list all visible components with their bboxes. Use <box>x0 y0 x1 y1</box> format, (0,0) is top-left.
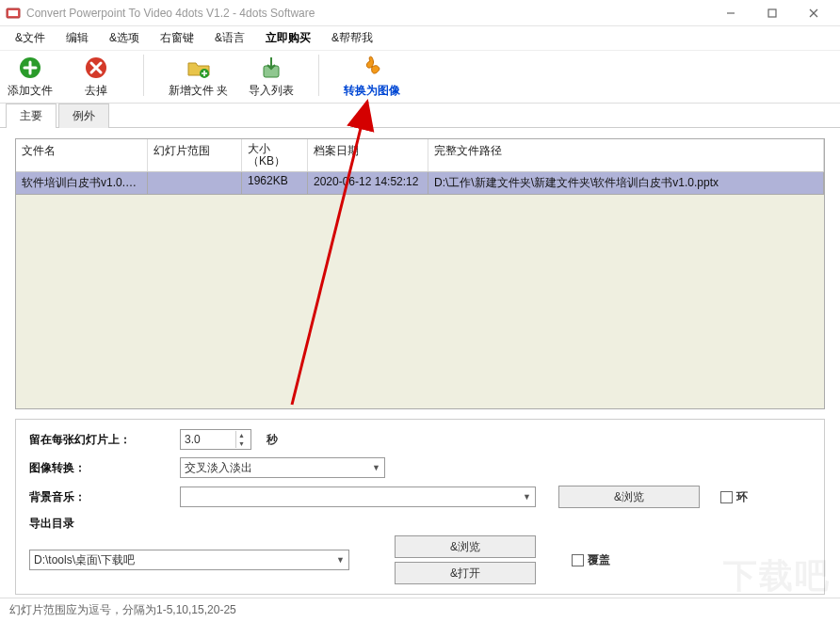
menu-help[interactable]: &帮帮我 <box>322 27 382 49</box>
cell-slide-range <box>148 172 242 194</box>
checkbox-box-icon <box>572 554 584 566</box>
add-file-label: 添加文件 <box>8 83 53 99</box>
outdir-buttons: &浏览 &打开 <box>395 535 536 584</box>
col-filename[interactable]: 文件名 <box>16 139 148 171</box>
stay-input[interactable]: 3.0 ▲ ▼ <box>180 429 251 450</box>
new-folder-button[interactable]: 新增文件 夹 <box>169 55 228 99</box>
tab-exception[interactable]: 例外 <box>58 104 109 128</box>
new-folder-label: 新增文件 夹 <box>169 83 228 99</box>
add-icon <box>17 55 43 81</box>
stay-unit: 秒 <box>267 432 278 448</box>
bgm-browse-label: &浏览 <box>614 489 644 505</box>
convert-icon <box>359 55 385 81</box>
file-table: 文件名 幻灯片范围 大小（KB） 档案日期 完整文件路径 软件培训白皮书v1.0… <box>15 138 825 409</box>
overwrite-label: 覆盖 <box>588 552 610 568</box>
convert-image-button[interactable]: 转换为图像 <box>344 55 400 99</box>
main-panel: 文件名 幻灯片范围 大小（KB） 档案日期 完整文件路径 软件培训白皮书v1.0… <box>0 129 840 417</box>
cell-size: 1962KB <box>242 172 308 194</box>
status-hint: 幻灯片范围应为逗号，分隔为1-5,10,15,20-25 <box>9 602 236 618</box>
row-outdir-label: 导出目录 <box>29 516 811 532</box>
menu-options[interactable]: &选项 <box>100 27 149 49</box>
outdir-open-button[interactable]: &打开 <box>395 562 536 584</box>
row-transition: 图像转换： 交叉淡入淡出 ▼ <box>29 457 811 478</box>
window-title: Convert Powerpoint To Video 4dots V1.2 -… <box>26 7 710 20</box>
stay-spinners: ▲ ▼ <box>235 431 247 448</box>
toolbar-separator <box>143 55 144 96</box>
col-path[interactable]: 完整文件路径 <box>428 139 824 171</box>
remove-icon <box>83 55 109 81</box>
transition-value: 交叉淡入淡出 <box>185 460 252 476</box>
cell-date: 2020-06-12 14:52:12 <box>308 172 428 194</box>
add-file-button[interactable]: 添加文件 <box>8 55 53 99</box>
bgm-label: 背景音乐： <box>29 489 170 505</box>
import-icon <box>258 55 284 81</box>
outdir-value: D:\tools\桌面\下载吧 <box>34 552 135 568</box>
status-bar: 幻灯片范围应为逗号，分隔为1-5,10,15,20-25 <box>0 598 840 622</box>
col-slide-range[interactable]: 幻灯片范围 <box>148 139 242 171</box>
app-icon <box>6 6 21 21</box>
row-stay: 留在每张幻灯片上： 3.0 ▲ ▼ 秒 <box>29 429 811 450</box>
menu-file[interactable]: &文件 <box>6 27 55 49</box>
minimize-button[interactable] <box>710 0 751 26</box>
tab-bar: 主要 例外 <box>0 103 840 128</box>
watermark: 下载吧 <box>723 553 831 599</box>
toolbar: 添加文件 去掉 新增文件 夹 导入列表 转换为图像 <box>0 51 840 104</box>
outdir-select[interactable]: D:\tools\桌面\下载吧 ▼ <box>29 550 349 570</box>
remove-button[interactable]: 去掉 <box>73 55 119 99</box>
cell-filename: 软件培训白皮书v1.0.pptx <box>16 172 148 194</box>
row-outdir: D:\tools\桌面\下载吧 ▼ &浏览 &打开 覆盖 <box>29 535 811 584</box>
stay-value: 3.0 <box>185 433 201 446</box>
menu-language[interactable]: &语言 <box>205 27 254 49</box>
options-panel: 留在每张幻灯片上： 3.0 ▲ ▼ 秒 图像转换： 交叉淡入淡出 ▼ 背景音乐：… <box>15 419 825 595</box>
menu-bar: &文件 编辑 &选项 右窗键 &语言 立即购买 &帮帮我 <box>0 26 840 51</box>
stay-label: 留在每张幻灯片上： <box>29 432 170 448</box>
import-list-label: 导入列表 <box>249 83 294 99</box>
chevron-down-icon: ▼ <box>523 492 531 502</box>
table-header: 文件名 幻灯片范围 大小（KB） 档案日期 完整文件路径 <box>16 139 824 172</box>
table-row[interactable]: 软件培训白皮书v1.0.pptx 1962KB 2020-06-12 14:52… <box>16 172 824 195</box>
folder-add-icon <box>186 55 212 81</box>
chevron-down-icon: ▼ <box>336 555 345 565</box>
col-date[interactable]: 档案日期 <box>308 139 428 171</box>
menu-edit[interactable]: 编辑 <box>57 27 98 49</box>
outdir-browse-label: &浏览 <box>450 539 480 555</box>
col-size[interactable]: 大小（KB） <box>242 139 308 171</box>
svg-rect-3 <box>768 9 776 17</box>
outdir-open-label: &打开 <box>450 566 480 582</box>
spin-up-icon[interactable]: ▲ <box>235 431 247 439</box>
tab-main[interactable]: 主要 <box>6 104 57 128</box>
menu-context[interactable]: 右窗键 <box>151 27 203 49</box>
transition-label: 图像转换： <box>29 460 170 476</box>
menu-buy-now[interactable]: 立即购买 <box>256 27 320 49</box>
checkbox-box-icon <box>720 491 733 503</box>
title-bar: Convert Powerpoint To Video 4dots V1.2 -… <box>0 0 840 26</box>
maximize-button[interactable] <box>751 0 793 26</box>
chevron-down-icon: ▼ <box>372 463 380 472</box>
convert-image-label: 转换为图像 <box>344 83 400 99</box>
outdir-browse-button[interactable]: &浏览 <box>395 535 536 558</box>
overwrite-checkbox[interactable]: 覆盖 <box>572 552 610 568</box>
spin-down-icon[interactable]: ▼ <box>235 439 247 448</box>
transition-select[interactable]: 交叉淡入淡出 ▼ <box>180 457 385 478</box>
loop-label: 环 <box>736 489 748 505</box>
import-list-button[interactable]: 导入列表 <box>249 55 294 99</box>
bgm-browse-button[interactable]: &浏览 <box>558 486 700 508</box>
row-bgm: 背景音乐： ▼ &浏览 环 <box>29 486 811 508</box>
close-button[interactable] <box>793 0 834 26</box>
table-body: 软件培训白皮书v1.0.pptx 1962KB 2020-06-12 14:52… <box>16 172 824 408</box>
toolbar-separator-2 <box>318 55 319 96</box>
bgm-select[interactable]: ▼ <box>180 486 536 507</box>
remove-label: 去掉 <box>85 83 107 99</box>
loop-checkbox[interactable]: 环 <box>720 489 748 505</box>
svg-rect-1 <box>8 10 18 16</box>
outdir-heading: 导出目录 <box>29 516 170 532</box>
cell-path: D:\工作\新建文件夹\新建文件夹\软件培训白皮书v1.0.pptx <box>428 172 824 194</box>
